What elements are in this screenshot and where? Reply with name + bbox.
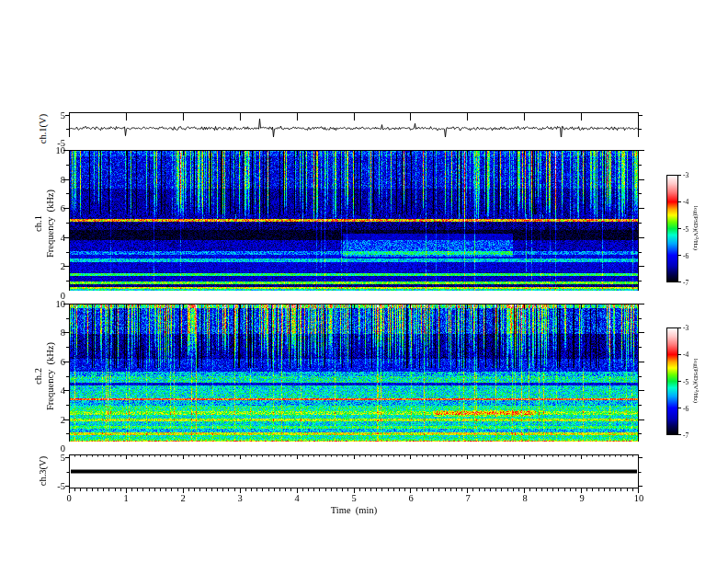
cb2-tick-label: -3 xyxy=(683,324,688,332)
cb1-tick-label: -4 xyxy=(683,198,688,206)
x-tick-label: 8 xyxy=(522,493,527,503)
ch2-spectrogram-channel-label: ch.2 xyxy=(33,368,43,385)
x-tick-label: 10 xyxy=(634,493,644,503)
x-tick-label: 3 xyxy=(237,493,242,503)
ch1-spectrogram-ytick-label: 4 xyxy=(61,232,65,242)
cb2-tick-label: -5 xyxy=(683,377,688,385)
x-tick-label: 5 xyxy=(351,493,356,503)
cb1-tick-label: -6 xyxy=(683,251,688,259)
ch1-spectrogram-plot xyxy=(56,137,652,309)
ch2-spectrogram-plot xyxy=(56,291,652,462)
cb2-tick-label: -4 xyxy=(683,350,688,359)
ch1-spectrogram-ylabel: Frequency (kHz) xyxy=(45,190,55,258)
cb1-tick-label: -3 xyxy=(683,171,688,179)
ch1-spectrogram-channel-label: ch.1 xyxy=(33,215,43,232)
ch3-waveform-ytick-label: -5 xyxy=(57,481,65,491)
ch1-spectrogram-ytick-label: 8 xyxy=(61,174,65,184)
vlf-spectra-figure: VLF Spectra Nov.11, 2025 station= ATH st… xyxy=(0,0,728,563)
ch2-spectrogram-ytick-label: 2 xyxy=(61,414,65,424)
x-tick-label: 6 xyxy=(408,493,413,503)
ch2-spectrogram-ylabel: Frequency (kHz) xyxy=(45,342,55,410)
ch1-spectrogram-ytick-label: 10 xyxy=(56,145,66,155)
x-tick-label: 9 xyxy=(579,493,584,503)
cb1-tick-label: -5 xyxy=(683,224,688,233)
colorbar-ch2-label: log(PSD)(V²/Hz) xyxy=(692,359,700,403)
ch1-waveform-ytick-label: 5 xyxy=(61,109,65,120)
ch2-spectrogram-ytick-label: 8 xyxy=(61,327,65,338)
x-tick-label: 0 xyxy=(66,493,71,503)
cb2-tick-label: -7 xyxy=(683,431,688,440)
ch2-spectrogram-ytick-label: 6 xyxy=(61,356,65,366)
ch1-waveform-ylabel: ch.1(V) xyxy=(38,114,48,144)
x-tick-label: 4 xyxy=(294,493,299,503)
ch2-spectrogram-ytick-label: 10 xyxy=(56,299,66,309)
x-tick-label: 7 xyxy=(465,493,470,503)
x-tick-label: 2 xyxy=(180,493,185,503)
ch1-spectrogram-ytick-label: 6 xyxy=(61,203,65,213)
ch2-spectrogram-ytick-label: 4 xyxy=(61,385,65,396)
colorbar-ch1-label: log(PSD)(V²/Hz) xyxy=(692,206,700,250)
cb1-tick-label: -7 xyxy=(683,279,688,287)
ch3-waveform-ytick-label: 5 xyxy=(61,453,65,463)
x-tick-label: 1 xyxy=(123,493,128,503)
cb2-tick-label: -6 xyxy=(683,404,688,412)
ch1-spectrogram-ytick-label: 2 xyxy=(61,261,65,271)
ch3-waveform-ylabel: ch.3(V) xyxy=(38,456,48,486)
x-axis-title: Time (min) xyxy=(331,505,377,515)
